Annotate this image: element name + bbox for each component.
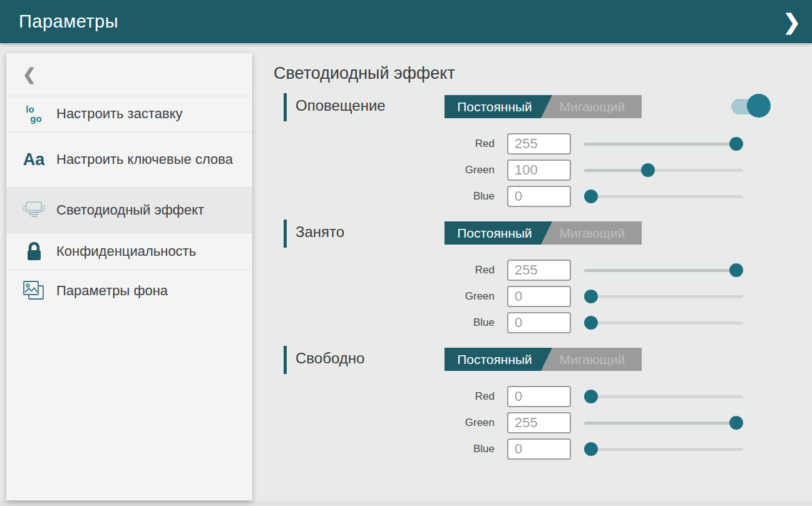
mode-option-constant[interactable]: Постоянный — [445, 221, 552, 245]
slider-thumb[interactable] — [584, 442, 598, 456]
blue-value-input[interactable] — [507, 312, 571, 333]
section-label: Оповещение — [296, 97, 386, 114]
mode-option-constant[interactable]: Постоянный — [445, 348, 552, 371]
red-slider[interactable] — [584, 260, 743, 281]
green-slider[interactable] — [584, 159, 743, 181]
mode-option-blinking[interactable]: Мигающий — [543, 348, 642, 371]
red-slider[interactable] — [584, 133, 743, 154]
red-label: Red — [274, 390, 495, 403]
slider-fill — [584, 169, 648, 172]
blue-value-input[interactable] — [507, 186, 571, 207]
mode-segmented-control: Мигающий Постоянный — [445, 348, 642, 371]
red-slider[interactable] — [584, 386, 743, 407]
mode-option-constant[interactable]: Постоянный — [445, 95, 552, 118]
accent-bar — [284, 93, 287, 121]
slider-fill — [584, 143, 736, 146]
sidebar-item-label: Настроить ключевые слова — [56, 151, 243, 168]
rgb-row-blue: Blue — [274, 186, 812, 207]
green-value-input[interactable] — [507, 286, 571, 307]
slider-track — [584, 321, 743, 325]
slider-track — [584, 448, 743, 451]
slider-track — [584, 295, 743, 298]
sidebar-collapse-button[interactable]: ❮ — [6, 53, 252, 96]
rgb-row-blue: Blue — [274, 312, 812, 333]
sidebar-item-privacy[interactable]: Конфиденциальность — [6, 233, 252, 270]
blue-value-input[interactable] — [507, 438, 571, 460]
chevron-left-icon: ❮ — [23, 65, 36, 84]
sidebar-item-label: Параметры фона — [56, 283, 178, 300]
slider-fill — [584, 422, 736, 425]
notification-toggle-switch[interactable] — [731, 94, 771, 118]
mode-option-blinking[interactable]: Мигающий — [543, 95, 642, 118]
slider-thumb[interactable] — [584, 290, 598, 303]
sidebar-item-background[interactable]: Параметры фона — [6, 270, 252, 311]
sidebar-item-label: Светодиодный эффект — [56, 202, 214, 219]
image-icon — [20, 280, 48, 301]
accent-bar — [284, 346, 287, 374]
rgb-row-green: Green — [274, 412, 812, 433]
sidebar-item-keywords[interactable]: Aa Настроить ключевые слова — [6, 133, 252, 188]
slider-thumb[interactable] — [584, 316, 598, 330]
led-effect-panel: Светодиодный эффект Оповещение Мигающий … — [274, 43, 812, 506]
logo-icon: lo go — [20, 105, 48, 123]
rgb-row-green: Green — [274, 286, 812, 307]
red-label: Red — [274, 138, 495, 150]
rgb-row-red: Red — [274, 386, 812, 407]
blue-slider[interactable] — [584, 186, 743, 207]
accent-bar — [284, 220, 287, 248]
settings-sidebar: ❮ lo go Настроить заставку Aa Настроить … — [6, 53, 252, 500]
blue-label: Blue — [274, 443, 495, 455]
slider-thumb[interactable] — [729, 137, 743, 151]
green-slider[interactable] — [584, 412, 743, 433]
green-slider[interactable] — [584, 286, 743, 307]
rgb-row-blue: Blue — [274, 438, 812, 460]
sidebar-item-led-effect[interactable]: Светодиодный эффект — [6, 188, 252, 233]
rgb-row-green: Green — [274, 159, 812, 181]
green-label: Green — [274, 164, 495, 176]
bottom-edge — [0, 501, 812, 506]
green-value-input[interactable] — [507, 412, 571, 433]
slider-track — [584, 395, 743, 398]
sidebar-item-label: Конфиденциальность — [56, 243, 206, 260]
section-label: Свободно — [296, 350, 364, 367]
red-value-input[interactable] — [507, 260, 571, 281]
text-aa-icon: Aa — [20, 150, 48, 170]
section-busy: Занято Мигающий Постоянный Red Green — [274, 218, 812, 333]
chevron-right-icon[interactable]: ❯ — [783, 11, 801, 33]
mode-option-blinking[interactable]: Мигающий — [543, 221, 642, 245]
lock-icon — [20, 241, 48, 262]
blue-label: Blue — [274, 316, 495, 329]
section-label: Занято — [296, 223, 344, 241]
section-free: Свободно Мигающий Постоянный Red Green — [274, 345, 812, 460]
green-value-input[interactable] — [507, 159, 571, 181]
red-value-input[interactable] — [507, 133, 571, 154]
red-label: Red — [274, 264, 495, 276]
red-value-input[interactable] — [507, 386, 571, 407]
rgb-row-red: Red — [274, 133, 812, 154]
blue-slider[interactable] — [584, 312, 743, 333]
green-label: Green — [274, 417, 495, 429]
sidebar-item-splash-screen[interactable]: lo go Настроить заставку — [6, 96, 252, 133]
slider-thumb[interactable] — [584, 390, 598, 403]
mode-segmented-control: Мигающий Постоянный — [445, 95, 642, 118]
sidebar-item-label: Настроить заставку — [56, 106, 193, 123]
slider-fill — [584, 269, 736, 272]
slider-thumb[interactable] — [584, 190, 598, 203]
blue-slider[interactable] — [584, 438, 743, 460]
switch-knob — [747, 94, 771, 118]
mode-segmented-control: Мигающий Постоянный — [445, 221, 642, 245]
slider-thumb[interactable] — [729, 416, 743, 430]
monitor-icon — [20, 199, 48, 221]
rgb-row-red: Red — [274, 260, 812, 281]
page-title: Параметры — [19, 11, 118, 32]
green-label: Green — [274, 290, 495, 303]
section-title: Светодиодный эффект — [274, 64, 812, 83]
blue-label: Blue — [274, 190, 495, 203]
slider-thumb[interactable] — [729, 263, 743, 277]
slider-track — [584, 195, 743, 198]
app-header: Параметры ❯ — [0, 0, 812, 43]
slider-thumb[interactable] — [641, 163, 655, 177]
section-notification: Оповещение Мигающий Постоянный Red Green — [274, 92, 812, 207]
